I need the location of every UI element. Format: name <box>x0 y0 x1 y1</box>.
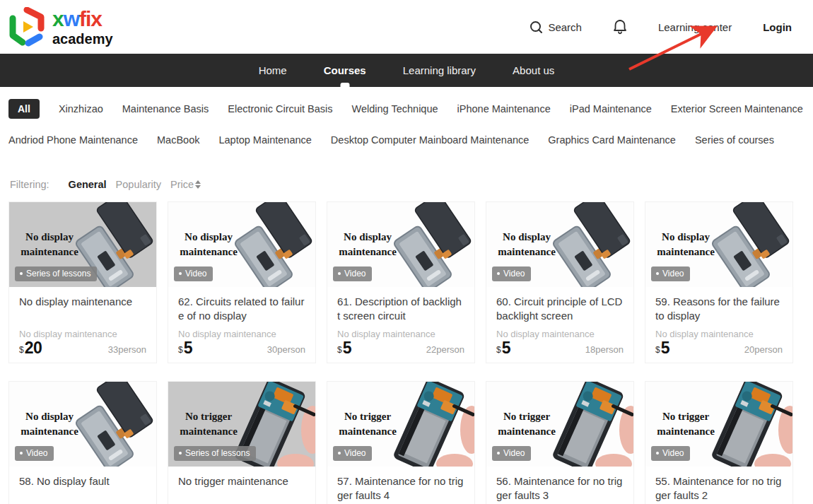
bullet-dot-icon <box>20 452 23 455</box>
course-price: $5 <box>496 339 510 356</box>
course-thumbnail: No display maintenance <box>168 202 315 287</box>
course-card-body: 61. Description of backlight screen circ… <box>327 287 474 363</box>
learning-center-link[interactable]: Learning center <box>658 21 732 33</box>
category-chip[interactable]: iPad Maintenance <box>570 100 652 118</box>
logo-wordmark: xwfix <box>52 8 113 30</box>
course-thumbnail: No display maintenance <box>9 202 156 287</box>
course-type-badge: Video <box>333 266 372 281</box>
category-chip-label: Desktop Computer Mainboard Maintenance <box>331 134 529 146</box>
course-title: 62. Circuits related to failure of no di… <box>178 295 305 323</box>
bell-icon <box>613 19 627 35</box>
course-thumbnail: No display maintenance <box>645 202 792 287</box>
course-card[interactable]: No display maintenance <box>486 201 634 363</box>
course-price: $5 <box>655 339 669 356</box>
category-filter-list: AllXinzhizaoMaintenance BasisElectronic … <box>0 87 813 149</box>
currency-symbol: $ <box>655 345 660 356</box>
course-type-badge: Video <box>651 266 690 281</box>
category-chip[interactable]: Series of courses <box>695 131 774 149</box>
course-price: $5 <box>337 339 351 356</box>
course-thumbnail: No trigger maintenance <box>168 382 315 467</box>
search-label: Search <box>548 21 582 33</box>
category-chip[interactable]: iPhone Maintenance <box>457 100 551 118</box>
course-card[interactable]: No trigger maintenance <box>486 381 634 504</box>
course-card[interactable]: No trigger maintenance <box>168 381 316 504</box>
thumbnail-caption: No trigger maintenance <box>168 409 245 439</box>
course-card[interactable]: No display maintenance <box>645 201 793 363</box>
category-chip[interactable]: Andriod Phone Maintenance <box>8 131 138 149</box>
course-thumbnail: No trigger maintenance <box>486 382 633 467</box>
bullet-dot-icon <box>497 452 500 455</box>
category-chip[interactable]: Welding Technique <box>352 100 438 118</box>
course-card-body: 58. No display fault No display maintena… <box>9 467 156 504</box>
course-thumbnail: No trigger maintenance <box>645 382 792 467</box>
category-chip[interactable]: Maintenance Basis <box>122 100 209 118</box>
price-amount: 5 <box>184 339 192 356</box>
price-amount: 5 <box>661 339 669 356</box>
course-grid: No display maintenance <box>8 201 805 504</box>
category-chip[interactable]: Electronic Circuit Basis <box>228 100 332 118</box>
course-card[interactable]: No display maintenance <box>327 201 475 363</box>
course-type-badge: Video <box>333 446 372 461</box>
badge-label: Video <box>185 269 206 279</box>
nav-item-label: Learning library <box>403 64 476 76</box>
nav-item[interactable]: Courses <box>321 54 369 87</box>
course-type-badge: Video <box>174 266 213 281</box>
currency-symbol: $ <box>19 345 24 356</box>
course-type-badge: Video <box>15 446 54 461</box>
course-card-body: 62. Circuits related to failure of no di… <box>168 287 315 363</box>
nav-item[interactable]: About us <box>510 54 557 87</box>
price-amount: 20 <box>25 339 42 356</box>
bullet-dot-icon <box>179 272 182 275</box>
thumbnail-caption: No display maintenance <box>9 409 86 439</box>
course-card-body: 60. Circuit principle of LCD backlight s… <box>486 287 633 363</box>
badge-label: Series of lessons <box>26 269 90 279</box>
course-card[interactable]: No trigger maintenance <box>327 381 475 504</box>
course-card[interactable]: No display maintenance <box>8 201 157 363</box>
header-actions: Search Learning center Login <box>530 19 792 35</box>
course-card-body: No trigger maintenance No trigger mainte… <box>168 467 315 504</box>
category-chip[interactable]: Desktop Computer Mainboard Maintenance <box>331 131 529 149</box>
login-button[interactable]: Login <box>763 21 792 33</box>
category-chip-label: iPad Maintenance <box>570 103 652 115</box>
nav-item[interactable]: Learning library <box>400 54 479 87</box>
up-down-arrows-icon <box>195 180 201 189</box>
thumbnail-caption: No trigger maintenance <box>327 409 404 439</box>
course-card[interactable]: No trigger maintenance <box>645 381 793 504</box>
price-amount: 5 <box>343 339 351 356</box>
nav-item[interactable]: Home <box>256 54 290 87</box>
filter-option[interactable]: Price <box>170 179 201 190</box>
logo[interactable]: xwfix academy <box>7 7 113 47</box>
course-thumbnail: No display maintenance <box>9 382 156 467</box>
enrolled-count: 22person <box>426 344 464 356</box>
bullet-dot-icon <box>656 452 659 455</box>
course-card[interactable]: No display maintenance <box>168 201 316 363</box>
thumbnail-caption: No trigger maintenance <box>486 409 563 439</box>
logo-text: xwfix academy <box>52 8 113 46</box>
logo-subtitle: academy <box>52 32 113 46</box>
course-type-badge: Video <box>651 446 690 461</box>
bullet-dot-icon <box>20 272 23 275</box>
course-subtitle: No display maintenance <box>337 329 464 339</box>
course-card-body: 56. Maintenance for no trigger faults 3 <box>486 467 633 504</box>
course-price: $5 <box>178 339 192 356</box>
search-button[interactable]: Search <box>530 20 582 34</box>
course-title: 57. Maintenance for no trigger faults 4 <box>337 474 464 503</box>
filter-option[interactable]: Popularity <box>116 179 161 190</box>
category-chip-label: Xinzhizao <box>59 103 103 115</box>
category-chip[interactable]: Laptop Maintenance <box>218 131 311 149</box>
category-chip[interactable]: Graphics Card Maintenance <box>548 131 676 149</box>
badge-label: Video <box>503 448 525 458</box>
category-chip[interactable]: Exterior Screen Maintenance <box>671 100 803 118</box>
badge-label: Video <box>26 448 47 458</box>
category-chip[interactable]: MacBook <box>157 131 199 149</box>
nav-item-label: Courses <box>324 64 366 76</box>
course-card[interactable]: No display maintenance <box>8 381 157 504</box>
filter-label: Filtering: <box>10 179 49 190</box>
category-chip-label: Andriod Phone Maintenance <box>8 134 138 146</box>
category-chip[interactable]: Xinzhizao <box>59 100 103 118</box>
badge-label: Video <box>662 269 684 279</box>
notifications-button[interactable] <box>613 19 627 35</box>
hex-play-icon <box>7 7 47 47</box>
category-chip[interactable]: All <box>8 99 40 119</box>
filter-option[interactable]: General <box>69 179 107 190</box>
